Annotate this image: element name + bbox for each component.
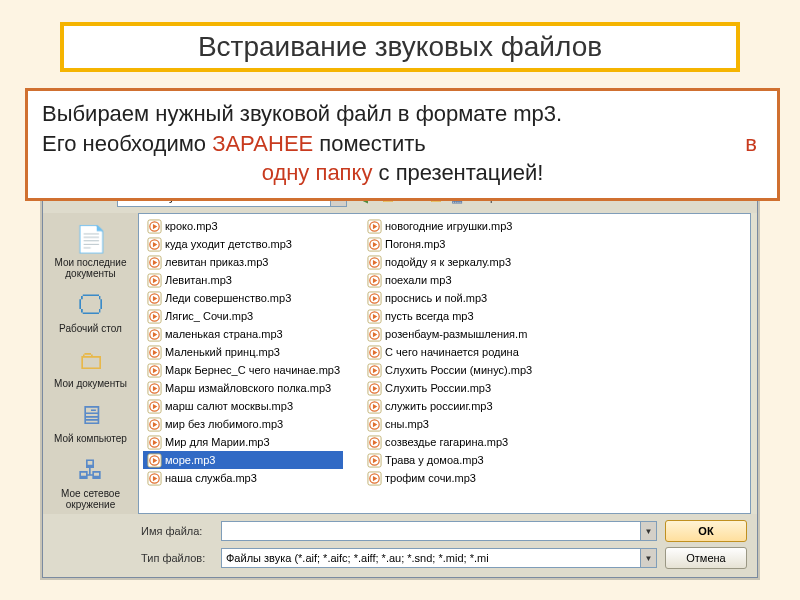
file-item[interactable]: Мир для Марии.mp3	[143, 433, 343, 451]
file-item[interactable]: служить россииг.mp3	[363, 397, 535, 415]
audio-file-icon	[366, 236, 382, 252]
filetype-combo[interactable]: Файлы звука (*.aif; *.aifc; *.aiff; *.au…	[221, 548, 657, 568]
place-network[interactable]: 🖧 Мое сетевое окружение	[48, 450, 133, 514]
instruction-box: Выбираем нужный звуковой файл в формате …	[25, 88, 780, 201]
file-item[interactable]: Трава у домоа.mp3	[363, 451, 535, 469]
audio-file-icon	[366, 326, 382, 342]
audio-file-icon	[366, 290, 382, 306]
file-item[interactable]: созвездье гагарина.mp3	[363, 433, 535, 451]
file-item[interactable]: марш салют москвы.mp3	[143, 397, 343, 415]
audio-file-icon	[366, 452, 382, 468]
file-item[interactable]: Марш измайловского полка.mp3	[143, 379, 343, 397]
filetype-label: Тип файлов:	[141, 552, 213, 564]
chevron-down-icon[interactable]: ▼	[640, 522, 656, 540]
file-name: Марк Бернес_С чего начинае.mp3	[165, 364, 340, 376]
file-name: Лягис_ Сочи.mp3	[165, 310, 253, 322]
file-name: наша служба.mp3	[165, 472, 257, 484]
audio-file-icon	[146, 218, 162, 234]
file-name: подойду я к зеркалу.mp3	[385, 256, 511, 268]
file-list[interactable]: кроко.mp3куда уходит детство.mp3левитан …	[138, 213, 751, 514]
audio-file-icon	[146, 362, 162, 378]
filename-label: Имя файла:	[141, 525, 213, 537]
place-mycomputer[interactable]: 🖥 Мой компьютер	[48, 395, 133, 448]
file-item[interactable]: мир без любимого.mp3	[143, 415, 343, 433]
file-name: новогодние игрушки.mp3	[385, 220, 512, 232]
file-name: проснись и пой.mp3	[385, 292, 487, 304]
file-item[interactable]: Марк Бернес_С чего начинае.mp3	[143, 361, 343, 379]
file-item[interactable]: розенбаум-размышления.m	[363, 325, 535, 343]
audio-file-icon	[146, 398, 162, 414]
file-item[interactable]: новогодние игрушки.mp3	[363, 217, 535, 235]
file-item[interactable]: пусть всегда mp3	[363, 307, 535, 325]
audio-file-icon	[146, 452, 162, 468]
slide-title-box: Встраивание звуковых файлов	[60, 22, 740, 72]
file-item[interactable]: маленькая страна.mp3	[143, 325, 343, 343]
place-desktop[interactable]: 🖵 Рабочий стол	[48, 285, 133, 338]
file-item[interactable]: Леди совершенство.mp3	[143, 289, 343, 307]
audio-file-icon	[366, 434, 382, 450]
file-name: служить россииг.mp3	[385, 400, 493, 412]
audio-file-icon	[366, 308, 382, 324]
audio-file-icon	[146, 416, 162, 432]
file-item[interactable]: поехали mp3	[363, 271, 535, 289]
file-name: розенбаум-размышления.m	[385, 328, 527, 340]
file-name: Слухить России (минус).mp3	[385, 364, 532, 376]
file-name: Марш измайловского полка.mp3	[165, 382, 331, 394]
audio-file-icon	[146, 236, 162, 252]
file-item[interactable]: Слухить России (минус).mp3	[363, 361, 535, 379]
file-name: Слухить России.mp3	[385, 382, 491, 394]
file-name: Маленький принц.mp3	[165, 346, 280, 358]
cancel-button[interactable]: Отмена	[665, 547, 747, 569]
file-name: Левитан.mp3	[165, 274, 232, 286]
file-item[interactable]: Маленький принц.mp3	[143, 343, 343, 361]
file-item[interactable]: наша служба.mp3	[143, 469, 343, 487]
file-item[interactable]: море.mp3	[143, 451, 343, 469]
open-file-dialog: Папка: 🗀 Моя музыка ▼ ◀ 🗀↑ ✕ 🗀 ▦▾ Сервис…	[42, 182, 758, 578]
file-name: Леди совершенство.mp3	[165, 292, 291, 304]
file-name: сны.mp3	[385, 418, 429, 430]
filename-input[interactable]: ▼	[221, 521, 657, 541]
file-name: куда уходит детство.mp3	[165, 238, 292, 250]
file-name: кроко.mp3	[165, 220, 218, 232]
audio-file-icon	[366, 218, 382, 234]
file-item[interactable]: Погоня.mp3	[363, 235, 535, 253]
file-name: пусть всегда mp3	[385, 310, 474, 322]
file-item[interactable]: С чего начинается родина	[363, 343, 535, 361]
place-mydocs[interactable]: 🗀 Мои документы	[48, 340, 133, 393]
audio-file-icon	[146, 272, 162, 288]
audio-file-icon	[366, 380, 382, 396]
slide-title: Встраивание звуковых файлов	[198, 31, 602, 63]
file-item[interactable]: трофим сочи.mp3	[363, 469, 535, 487]
file-name: С чего начинается родина	[385, 346, 519, 358]
file-item[interactable]: сны.mp3	[363, 415, 535, 433]
file-name: маленькая страна.mp3	[165, 328, 283, 340]
dialog-frame: Папка: 🗀 Моя музыка ▼ ◀ 🗀↑ ✕ 🗀 ▦▾ Сервис…	[40, 180, 760, 580]
file-item[interactable]: куда уходит детство.mp3	[143, 235, 343, 253]
audio-file-icon	[366, 272, 382, 288]
file-item[interactable]: подойду я к зеркалу.mp3	[363, 253, 535, 271]
file-item[interactable]: Левитан.mp3	[143, 271, 343, 289]
file-item[interactable]: кроко.mp3	[143, 217, 343, 235]
dialog-bottom: Имя файла: ▼ ОК Тип файлов: Файлы звука …	[43, 514, 757, 577]
file-item[interactable]: левитан приказ.mp3	[143, 253, 343, 271]
file-item[interactable]: проснись и пой.mp3	[363, 289, 535, 307]
places-bar: 📄 Мои последние документы 🖵 Рабочий стол…	[43, 213, 138, 514]
audio-file-icon	[146, 290, 162, 306]
chevron-down-icon[interactable]: ▼	[640, 549, 656, 567]
audio-file-icon	[366, 344, 382, 360]
ok-button[interactable]: ОК	[665, 520, 747, 542]
file-name: Мир для Марии.mp3	[165, 436, 270, 448]
audio-file-icon	[366, 362, 382, 378]
audio-file-icon	[146, 470, 162, 486]
place-recent[interactable]: 📄 Мои последние документы	[48, 219, 133, 283]
audio-file-icon	[146, 344, 162, 360]
file-item[interactable]: Слухить России.mp3	[363, 379, 535, 397]
audio-file-icon	[366, 254, 382, 270]
file-name: мир без любимого.mp3	[165, 418, 283, 430]
audio-file-icon	[366, 416, 382, 432]
recent-icon: 📄	[75, 223, 107, 255]
file-name: марш салют москвы.mp3	[165, 400, 293, 412]
file-name: Трава у домоа.mp3	[385, 454, 484, 466]
network-icon: 🖧	[75, 454, 107, 486]
file-item[interactable]: Лягис_ Сочи.mp3	[143, 307, 343, 325]
